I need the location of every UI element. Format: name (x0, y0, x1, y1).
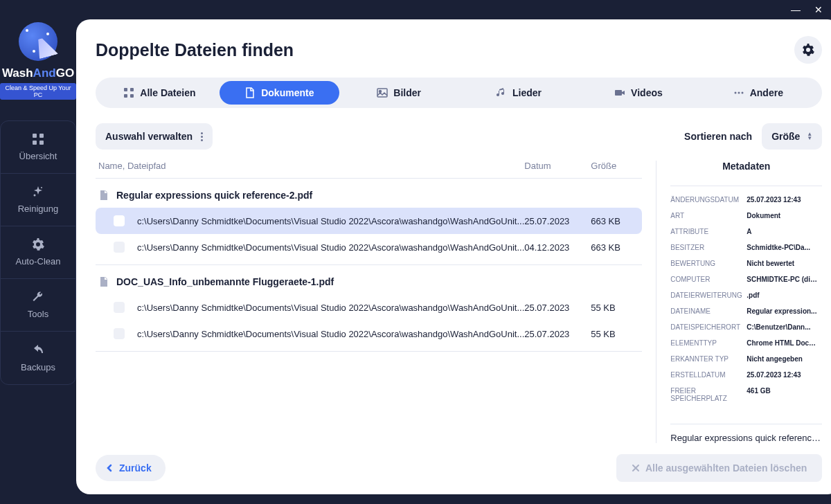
metadata-value: Chrome HTML Docu... (747, 339, 818, 347)
file-size: 663 KB (591, 216, 639, 226)
metadata-label: ATTRIBUTE (670, 228, 747, 235)
metadata-value: C:\Benutzer\Dann... (747, 323, 818, 331)
svg-rect-10 (377, 89, 387, 97)
table-row[interactable]: c:\Users\Danny Schmidtke\Documents\Visua… (96, 321, 642, 347)
settings-button[interactable] (794, 36, 822, 64)
svg-rect-9 (130, 94, 134, 98)
tab-videos[interactable]: Videos (579, 81, 699, 105)
svg-rect-12 (615, 90, 622, 96)
tab-songs[interactable]: Lieder (459, 81, 579, 105)
tab-documents[interactable]: Dokumente (220, 81, 339, 105)
nav-tools[interactable]: Tools (1, 279, 75, 332)
group-header[interactable]: DOC_UAS_Info_unbemannte Fluggeraete-1.pd… (96, 265, 642, 294)
metadata-value: Dokument (747, 212, 818, 219)
nav-overview[interactable]: Übersicht (1, 121, 75, 174)
file-path: c:\Users\Danny Schmidtke\Documents\Visua… (137, 329, 524, 339)
brand-tagline: Clean & Speed Up Your PC (0, 83, 76, 100)
video-icon (614, 87, 625, 98)
tab-images[interactable]: Bilder (339, 81, 459, 105)
metadata-label: DATEINAME (670, 307, 747, 315)
checkbox[interactable] (114, 328, 125, 339)
wrench-icon (32, 291, 44, 303)
metadata-value: 25.07.2023 12:43 (747, 371, 818, 379)
undo-icon (32, 344, 44, 357)
checkbox[interactable] (114, 302, 125, 313)
tab-all-files[interactable]: Alle Dateien (100, 81, 220, 105)
group-name: DOC_UAS_Info_unbemannte Fluggeraete-1.pd… (116, 276, 334, 287)
logo: WashAndGO Clean & Speed Up Your PC (0, 22, 76, 100)
metadata-value: 461 GB (747, 387, 818, 402)
nav-cleaning[interactable]: Reinigung (1, 174, 75, 226)
metadata-row: ERKANNTER TYPNicht angegeben (670, 355, 818, 363)
svg-rect-1 (39, 134, 44, 138)
nav-autoclean[interactable]: Auto-Clean (1, 226, 75, 279)
back-button[interactable]: Zurück (96, 455, 166, 481)
grid-icon (32, 133, 44, 145)
delete-all-button[interactable]: Alle ausgewählten Dateien löschen (616, 454, 822, 482)
metadata-row: BESITZERSchmidtke-PC\Da... (670, 244, 818, 251)
svg-rect-3 (39, 141, 44, 145)
metadata-label: BESITZER (670, 244, 747, 251)
main-panel: Doppelte Dateien finden Alle Dateien Dok… (76, 19, 831, 494)
file-path: c:\Users\Danny Schmidtke\Documents\Visua… (137, 242, 524, 253)
file-date: 25.07.2023 (524, 303, 591, 313)
sort-select[interactable]: Größe ▲▼ (762, 123, 822, 150)
metadata-value: 25.07.2023 12:43 (747, 196, 818, 204)
file-list: Name, Dateipfad Datum Größe Regular expr… (96, 161, 642, 443)
more-icon (201, 132, 203, 141)
tab-other[interactable]: Andere (698, 81, 818, 105)
file-date: 25.07.2023 (524, 216, 591, 226)
metadata-label: BEWERTUNG (670, 260, 747, 267)
sort-label: Sortieren nach (684, 131, 752, 142)
table-row[interactable]: c:\Users\Danny Schmidtke\Documents\Visua… (96, 294, 642, 321)
filter-tabs: Alle Dateien Dokumente Bilder Lieder Vid… (96, 78, 822, 108)
metadata-label: DATEISPEICHERORT (670, 323, 747, 331)
checkbox[interactable] (114, 215, 125, 226)
dots-icon (733, 87, 744, 98)
metadata-label: COMPUTER (670, 276, 747, 283)
metadata-row: ELEMENTTYPChrome HTML Docu... (670, 339, 818, 347)
metadata-label: FREIER SPEICHERPLATZ (670, 387, 747, 402)
table-row[interactable]: c:\Users\Danny Schmidtke\Documents\Visua… (96, 208, 642, 234)
manage-selection-button[interactable]: Auswahl verwalten (96, 123, 213, 150)
metadata-filename: Regular expressions quick reference... (670, 424, 822, 443)
file-date: 04.12.2023 (524, 242, 591, 253)
group-header[interactable]: Regular expressions quick reference-2.pd… (96, 179, 642, 208)
nav: Übersicht Reinigung Auto-Clean Tools Bac… (0, 120, 76, 385)
table-row[interactable]: c:\Users\Danny Schmidtke\Documents\Visua… (96, 234, 642, 260)
metadata-label: ELEMENTTYP (670, 339, 747, 347)
file-size: 663 KB (591, 242, 639, 253)
file-icon (98, 190, 109, 201)
col-name: Name, Dateipfad (98, 161, 524, 171)
sort-arrows-icon: ▲▼ (807, 132, 812, 141)
group-name: Regular expressions quick reference-2.pd… (116, 190, 312, 201)
metadata-title: Metadaten (670, 161, 822, 186)
file-path: c:\Users\Danny Schmidtke\Documents\Visua… (137, 303, 524, 313)
file-path: c:\Users\Danny Schmidtke\Documents\Visua… (137, 216, 524, 226)
col-size: Größe (591, 161, 639, 171)
metadata-row: DATEISPEICHERORTC:\Benutzer\Dann... (670, 323, 818, 331)
metadata-label: ERKANNTER TYP (670, 355, 747, 363)
metadata-value: A (747, 228, 818, 235)
svg-rect-2 (33, 141, 37, 145)
svg-rect-8 (124, 94, 127, 98)
logo-icon (19, 22, 57, 61)
minimize-button[interactable]: — (791, 4, 801, 15)
column-headers: Name, Dateipfad Datum Größe (96, 161, 642, 179)
svg-point-15 (741, 92, 743, 94)
svg-point-14 (738, 92, 740, 94)
metadata-label: ÄNDERUNGSDATUM (670, 196, 747, 204)
metadata-row: ATTRIBUTEA (670, 228, 818, 235)
sidebar: WashAndGO Clean & Speed Up Your PC Übers… (0, 19, 76, 504)
checkbox[interactable] (114, 242, 125, 253)
file-date: 25.07.2023 (524, 329, 591, 339)
close-button[interactable]: ✕ (814, 4, 823, 15)
image-icon (377, 87, 388, 98)
metadata-label: ART (670, 212, 747, 219)
file-size: 55 KB (591, 329, 639, 339)
brand-name: WashAndGO (0, 66, 76, 80)
file-size: 55 KB (591, 303, 639, 313)
grid-icon (123, 87, 134, 98)
chevron-left-icon (105, 464, 114, 472)
nav-backups[interactable]: Backups (1, 332, 75, 384)
